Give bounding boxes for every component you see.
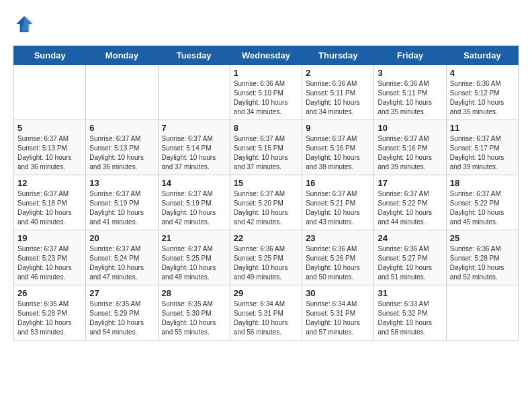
day-header-wednesday: Wednesday <box>230 46 302 65</box>
date-number: 28 <box>162 288 226 298</box>
cell-info: Sunrise: 6:37 AM Sunset: 5:21 PM Dayligh… <box>306 189 370 227</box>
date-number: 12 <box>17 178 82 188</box>
cell-info: Sunrise: 6:36 AM Sunset: 5:28 PM Dayligh… <box>450 244 515 282</box>
cell-info: Sunrise: 6:37 AM Sunset: 5:19 PM Dayligh… <box>89 189 154 227</box>
date-number: 17 <box>378 178 442 188</box>
calendar-cell: 21Sunrise: 6:37 AM Sunset: 5:25 PM Dayli… <box>158 230 230 285</box>
date-number: 13 <box>89 178 154 188</box>
day-header-saturday: Saturday <box>446 46 518 65</box>
calendar-cell: 10Sunrise: 6:37 AM Sunset: 5:16 PM Dayli… <box>374 120 446 175</box>
cell-info: Sunrise: 6:33 AM Sunset: 5:32 PM Dayligh… <box>378 300 442 337</box>
date-number: 2 <box>306 68 370 78</box>
calendar-cell: 23Sunrise: 6:36 AM Sunset: 5:26 PM Dayli… <box>302 230 374 285</box>
day-header-sunday: Sunday <box>14 46 86 65</box>
calendar-cell: 12Sunrise: 6:37 AM Sunset: 5:18 PM Dayli… <box>14 175 86 230</box>
calendar-week-2: 5Sunrise: 6:37 AM Sunset: 5:13 PM Daylig… <box>14 120 519 175</box>
cell-info: Sunrise: 6:34 AM Sunset: 5:31 PM Dayligh… <box>234 300 298 337</box>
cell-info: Sunrise: 6:37 AM Sunset: 5:16 PM Dayligh… <box>378 134 442 172</box>
date-number: 18 <box>450 178 515 188</box>
calendar-cell: 15Sunrise: 6:37 AM Sunset: 5:20 PM Dayli… <box>230 175 302 230</box>
cell-info: Sunrise: 6:35 AM Sunset: 5:30 PM Dayligh… <box>162 300 226 337</box>
calendar-week-5: 26Sunrise: 6:35 AM Sunset: 5:28 PM Dayli… <box>14 285 519 340</box>
date-number: 8 <box>234 123 298 133</box>
day-header-tuesday: Tuesday <box>158 46 230 65</box>
date-number: 4 <box>450 68 515 78</box>
date-number: 30 <box>306 288 370 298</box>
calendar-table: SundayMondayTuesdayWednesdayThursdayFrid… <box>13 46 519 340</box>
date-number: 26 <box>17 288 82 298</box>
cell-info: Sunrise: 6:36 AM Sunset: 5:11 PM Dayligh… <box>378 79 442 117</box>
date-number: 31 <box>378 288 442 298</box>
cell-info: Sunrise: 6:37 AM Sunset: 5:15 PM Dayligh… <box>234 134 298 172</box>
cell-info: Sunrise: 6:36 AM Sunset: 5:11 PM Dayligh… <box>306 79 370 117</box>
date-number: 5 <box>17 123 82 133</box>
date-number: 1 <box>234 68 298 78</box>
calendar-cell <box>446 285 518 340</box>
cell-info: Sunrise: 6:36 AM Sunset: 5:25 PM Dayligh… <box>234 244 298 282</box>
cell-info: Sunrise: 6:37 AM Sunset: 5:24 PM Dayligh… <box>89 244 154 282</box>
calendar-cell: 24Sunrise: 6:36 AM Sunset: 5:27 PM Dayli… <box>374 230 446 285</box>
date-number: 7 <box>162 123 226 133</box>
logo <box>13 13 38 35</box>
calendar-week-4: 19Sunrise: 6:37 AM Sunset: 5:23 PM Dayli… <box>14 230 519 285</box>
calendar-week-3: 12Sunrise: 6:37 AM Sunset: 5:18 PM Dayli… <box>14 175 519 230</box>
date-number: 3 <box>378 68 442 78</box>
days-header-row: SundayMondayTuesdayWednesdayThursdayFrid… <box>14 46 519 65</box>
calendar-cell: 25Sunrise: 6:36 AM Sunset: 5:28 PM Dayli… <box>446 230 518 285</box>
calendar-cell: 11Sunrise: 6:37 AM Sunset: 5:17 PM Dayli… <box>446 120 518 175</box>
calendar-cell: 28Sunrise: 6:35 AM Sunset: 5:30 PM Dayli… <box>158 285 230 340</box>
cell-info: Sunrise: 6:35 AM Sunset: 5:28 PM Dayligh… <box>17 300 82 337</box>
date-number: 22 <box>234 233 298 243</box>
logo-icon <box>13 13 35 35</box>
calendar-cell: 26Sunrise: 6:35 AM Sunset: 5:28 PM Dayli… <box>14 285 86 340</box>
cell-info: Sunrise: 6:37 AM Sunset: 5:25 PM Dayligh… <box>162 244 226 282</box>
calendar-cell: 6Sunrise: 6:37 AM Sunset: 5:13 PM Daylig… <box>86 120 158 175</box>
cell-info: Sunrise: 6:37 AM Sunset: 5:23 PM Dayligh… <box>17 244 82 282</box>
calendar-cell: 3Sunrise: 6:36 AM Sunset: 5:11 PM Daylig… <box>374 65 446 120</box>
date-number: 16 <box>306 178 370 188</box>
date-number: 21 <box>162 233 226 243</box>
date-number: 9 <box>306 123 370 133</box>
cell-info: Sunrise: 6:36 AM Sunset: 5:10 PM Dayligh… <box>234 79 298 117</box>
calendar-cell <box>14 65 86 120</box>
cell-info: Sunrise: 6:37 AM Sunset: 5:13 PM Dayligh… <box>89 134 154 172</box>
date-number: 14 <box>162 178 226 188</box>
calendar-cell: 13Sunrise: 6:37 AM Sunset: 5:19 PM Dayli… <box>86 175 158 230</box>
calendar-cell: 31Sunrise: 6:33 AM Sunset: 5:32 PM Dayli… <box>374 285 446 340</box>
calendar-cell: 20Sunrise: 6:37 AM Sunset: 5:24 PM Dayli… <box>86 230 158 285</box>
calendar-cell: 29Sunrise: 6:34 AM Sunset: 5:31 PM Dayli… <box>230 285 302 340</box>
cell-info: Sunrise: 6:36 AM Sunset: 5:12 PM Dayligh… <box>450 79 515 117</box>
calendar-cell: 27Sunrise: 6:35 AM Sunset: 5:29 PM Dayli… <box>86 285 158 340</box>
cell-info: Sunrise: 6:37 AM Sunset: 5:19 PM Dayligh… <box>162 189 226 227</box>
date-number: 25 <box>450 233 515 243</box>
calendar-week-1: 1Sunrise: 6:36 AM Sunset: 5:10 PM Daylig… <box>14 65 519 120</box>
date-number: 24 <box>378 233 442 243</box>
cell-info: Sunrise: 6:37 AM Sunset: 5:22 PM Dayligh… <box>378 189 442 227</box>
calendar-cell: 5Sunrise: 6:37 AM Sunset: 5:13 PM Daylig… <box>14 120 86 175</box>
date-number: 11 <box>450 123 515 133</box>
date-number: 6 <box>89 123 154 133</box>
date-number: 20 <box>89 233 154 243</box>
calendar-cell: 18Sunrise: 6:37 AM Sunset: 5:22 PM Dayli… <box>446 175 518 230</box>
calendar-cell: 2Sunrise: 6:36 AM Sunset: 5:11 PM Daylig… <box>302 65 374 120</box>
cell-info: Sunrise: 6:37 AM Sunset: 5:22 PM Dayligh… <box>450 189 515 227</box>
calendar-cell: 7Sunrise: 6:37 AM Sunset: 5:14 PM Daylig… <box>158 120 230 175</box>
date-number: 23 <box>306 233 370 243</box>
calendar-cell <box>86 65 158 120</box>
cell-info: Sunrise: 6:35 AM Sunset: 5:29 PM Dayligh… <box>89 300 154 337</box>
cell-info: Sunrise: 6:37 AM Sunset: 5:13 PM Dayligh… <box>17 134 82 172</box>
day-header-monday: Monday <box>86 46 158 65</box>
cell-info: Sunrise: 6:36 AM Sunset: 5:27 PM Dayligh… <box>378 244 442 282</box>
cell-info: Sunrise: 6:37 AM Sunset: 5:14 PM Dayligh… <box>162 134 226 172</box>
calendar-cell: 1Sunrise: 6:36 AM Sunset: 5:10 PM Daylig… <box>230 65 302 120</box>
date-number: 29 <box>234 288 298 298</box>
cell-info: Sunrise: 6:36 AM Sunset: 5:26 PM Dayligh… <box>306 244 370 282</box>
cell-info: Sunrise: 6:37 AM Sunset: 5:20 PM Dayligh… <box>234 189 298 227</box>
calendar-cell <box>158 65 230 120</box>
date-number: 10 <box>378 123 442 133</box>
calendar-cell: 22Sunrise: 6:36 AM Sunset: 5:25 PM Dayli… <box>230 230 302 285</box>
day-header-thursday: Thursday <box>302 46 374 65</box>
date-number: 27 <box>89 288 154 298</box>
calendar-cell: 14Sunrise: 6:37 AM Sunset: 5:19 PM Dayli… <box>158 175 230 230</box>
calendar-cell: 19Sunrise: 6:37 AM Sunset: 5:23 PM Dayli… <box>14 230 86 285</box>
